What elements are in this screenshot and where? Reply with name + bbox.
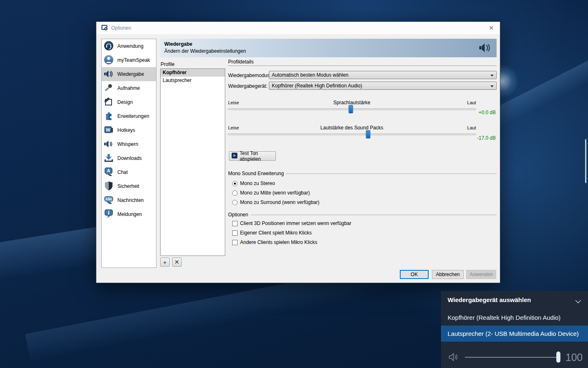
sidebar-item-anwendung[interactable]: Anwendung [102, 39, 156, 53]
speaker-icon [103, 138, 114, 150]
options-dialog: Optionen ✕ Anwendung myTeamSpeak Wiederg… [96, 21, 500, 283]
svg-text:W: W [106, 127, 110, 132]
sidebar-item-label: Downloads [117, 155, 142, 161]
headset-icon [103, 40, 114, 52]
svg-text:A: A [107, 168, 110, 173]
checkbox-icon[interactable] [232, 221, 238, 226]
soundpack-volume-db-value: -17.0 dB [455, 135, 496, 141]
sidebar-item-label: Hotkeys [117, 127, 135, 133]
flyout-title: Wiedergabegerät auswählen [448, 296, 531, 303]
radio-mono-zu-mitte[interactable]: Mono zu Mitte (wenn verfügbar) [232, 190, 310, 196]
checkbox-icon[interactable] [232, 240, 238, 245]
sidebar-item-aufnahme[interactable]: Aufnahme [102, 81, 156, 95]
svg-text:Abc: Abc [105, 197, 112, 201]
checkbox-client-3d-positionen[interactable]: Client 3D Positionen immer setzen wenn v… [232, 220, 351, 226]
sidebar-item-meldungen[interactable]: Meldungen [102, 207, 156, 221]
flyout-device-lautsprecher[interactable]: Lautsprecher (2- USB Multimedia Audio De… [441, 326, 588, 342]
voice-volume-slider-handle[interactable] [349, 105, 353, 113]
microphone-icon [103, 82, 114, 94]
speaker-icon [103, 68, 114, 80]
voice-volume-db-value: +0.0 dB [455, 110, 496, 115]
sidebar-item-downloads[interactable]: Downloads [102, 151, 156, 165]
sidebar-item-erweiterungen[interactable]: Erweiterungen [102, 109, 156, 123]
close-icon[interactable]: ✕ [485, 22, 497, 34]
options-group-label: Optionen [228, 212, 248, 218]
group-divider [251, 215, 497, 215]
wallpaper-highlight-line [585, 139, 586, 183]
sidebar-item-label: Design [117, 99, 133, 105]
sidebar-item-chat[interactable]: A Chat [102, 165, 156, 179]
sidebar-item-hotkeys[interactable]: W Hotkeys [102, 123, 156, 137]
settings-sidebar: Anwendung myTeamSpeak Wiedergabe Aufnahm… [101, 39, 156, 268]
checkbox-andere-clients-mikro-klicks[interactable]: Andere Clients spielen Mikro Klicks [232, 239, 317, 245]
profile-item-kopfhoerer[interactable]: Kopfhörer [161, 69, 225, 77]
cancel-button[interactable]: Abbrechen [432, 270, 464, 279]
options-gear-icon [101, 24, 108, 32]
abc-bubble-icon: Abc [103, 195, 114, 206]
radio-label: Mono zu Mitte (wenn verfügbar) [240, 190, 310, 196]
windows-volume-flyout: Wiedergabegerät auswählen Kopfhörer (Rea… [441, 291, 588, 368]
playback-mode-dropdown[interactable]: Automatisch besten Modus wählen [269, 71, 497, 79]
radio-mono-zu-surround[interactable]: Mono zu Surround (wenn verfügbar) [232, 199, 320, 205]
profile-item-lautsprecher[interactable]: Lautsprecher [161, 77, 225, 84]
sidebar-item-myteamspeak[interactable]: myTeamSpeak [102, 53, 156, 67]
sidebar-item-sicherheit[interactable]: Sicherheit [102, 179, 156, 193]
puzzle-icon [103, 110, 114, 122]
soundpack-volume-slider-handle[interactable] [366, 130, 371, 138]
profile-details-label: Profildetails [228, 59, 254, 65]
sidebar-item-label: Anwendung [117, 43, 143, 49]
radio-label: Mono zu Surround (wenn verfügbar) [240, 199, 320, 205]
volume-slider-handle[interactable] [556, 352, 560, 363]
flyout-device-kopfhoerer[interactable]: Kopfhörer (Realtek High Definition Audio… [441, 309, 588, 326]
play-test-tone-button[interactable]: Test Ton abspielen [229, 151, 276, 161]
volume-slider[interactable] [465, 351, 560, 363]
radio-icon[interactable] [232, 190, 238, 196]
voice-volume-max-label: Laut [228, 100, 476, 105]
sidebar-item-nachrichten[interactable]: Abc Nachrichten [102, 193, 156, 207]
voice-volume-slider[interactable] [228, 108, 476, 110]
page-title: Wiedergabe [164, 41, 192, 47]
pencil-icon [103, 96, 114, 108]
volume-slider-track[interactable] [465, 357, 560, 358]
profile-list: Kopfhörer Lautsprecher [160, 68, 225, 256]
options-group-header: Optionen [228, 212, 497, 218]
delete-profile-button[interactable]: ✕ [172, 258, 182, 267]
sidebar-item-label: Chat [117, 169, 128, 175]
playback-device-value: Kopfhörer (Realtek High Definition Audio… [272, 83, 362, 89]
checkbox-eigener-client-mikro-klicks[interactable]: Eigener Client spielt Mikro Klicks [232, 230, 312, 236]
sidebar-item-label: Nachrichten [117, 197, 144, 203]
radio-icon[interactable] [232, 181, 238, 186]
desktop: { "colors": { "accent_blue": "#1c7bd0", … [0, 0, 588, 368]
chevron-down-icon[interactable] [575, 298, 581, 305]
checkbox-icon[interactable] [232, 230, 238, 236]
playback-mode-value: Automatisch besten Modus wählen [272, 72, 348, 78]
dialog-title: Optionen [111, 25, 131, 31]
sidebar-item-label: myTeamSpeak [117, 57, 150, 63]
radio-icon[interactable] [232, 200, 238, 205]
section-divider [228, 66, 497, 66]
apply-button[interactable]: Anwenden [466, 270, 496, 279]
play-test-tone-label: Test Ton abspielen [240, 150, 275, 162]
sidebar-item-label: Sicherheit [117, 183, 139, 189]
soundpack-volume-slider[interactable] [228, 134, 476, 135]
soundpack-volume-max-label: Laut [228, 125, 476, 130]
ok-button[interactable]: OK [400, 270, 429, 279]
user-icon [103, 54, 114, 66]
volume-speaker-icon[interactable] [448, 352, 459, 364]
sidebar-item-wiedergabe[interactable]: Wiedergabe [102, 67, 156, 81]
checkbox-label: Client 3D Positionen immer setzen wenn v… [240, 220, 351, 226]
chat-bubble-icon: A [103, 166, 114, 178]
sidebar-item-design[interactable]: Design [102, 95, 156, 109]
sidebar-item-whispern[interactable]: Whispern [102, 137, 156, 151]
dialog-titlebar[interactable]: Optionen ✕ [96, 22, 500, 34]
profile-list-label: Profile [161, 61, 175, 67]
playback-device-dropdown[interactable]: Kopfhörer (Realtek High Definition Audio… [269, 82, 497, 90]
shield-icon [103, 180, 114, 192]
sidebar-item-label: Meldungen [117, 211, 142, 217]
volume-value: 100 [565, 351, 583, 363]
page-header: Wiedergabe Ändern der Wiedergabeeinstell… [160, 39, 497, 57]
add-profile-button[interactable]: + [160, 258, 170, 267]
download-icon [103, 152, 114, 164]
radio-label: Mono zu Stereo [240, 180, 275, 186]
radio-mono-zu-stereo[interactable]: Mono zu Stereo [232, 180, 275, 186]
